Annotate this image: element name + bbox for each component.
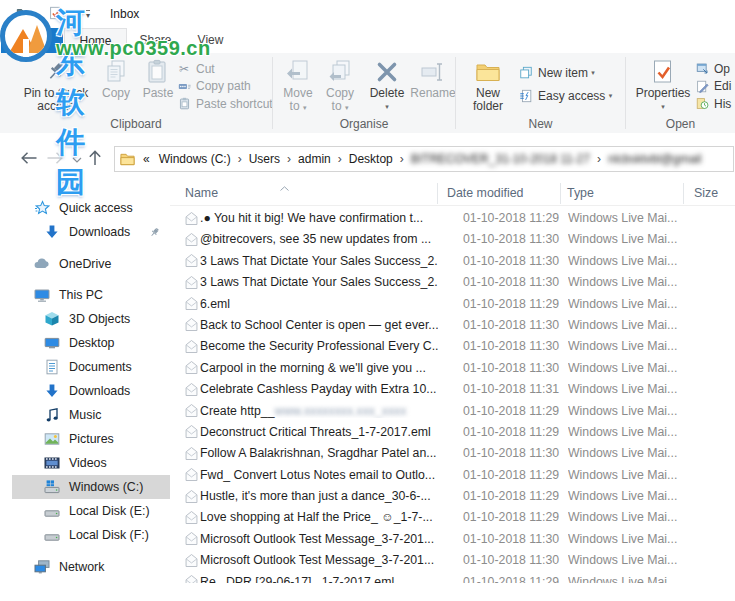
column-header-name[interactable]: Name <box>185 186 218 200</box>
file-row[interactable]: Hustle, it's more than just a dance_30-6… <box>170 486 735 507</box>
breadcrumb-segment[interactable]: nlcbsktvbl@gmail <box>602 152 708 166</box>
copy-button[interactable]: Copy <box>96 57 136 100</box>
sidebar-item-music[interactable]: Music <box>0 403 170 427</box>
sidebar-item-downloads[interactable]: Downloads <box>0 220 170 244</box>
file-row[interactable]: Celebrate Cashless Payday with Extra 10.… <box>170 379 735 400</box>
file-row[interactable]: Carpool in the morning & we'll give you … <box>170 358 735 379</box>
system-folder-icon[interactable] <box>16 6 30 20</box>
tab-home[interactable]: Home <box>64 28 127 53</box>
file-row[interactable]: Microsoft Outlook Test Message_3-7-201..… <box>170 550 735 571</box>
breadcrumb[interactable]: « Windows (C:)›Users›admin›Desktop›BITRE… <box>114 146 734 172</box>
sidebar-item-videos[interactable]: Videos <box>0 451 170 475</box>
file-list: Name Date modified Type Size .● You hit … <box>170 178 735 601</box>
desktop-screen-icon <box>44 335 60 351</box>
cut-button[interactable]: ✂ Cut <box>176 60 273 78</box>
breadcrumb-segment[interactable]: admin <box>292 152 337 166</box>
column-divider[interactable] <box>683 183 684 204</box>
sidebar-item-quick-access[interactable]: Quick access <box>0 196 170 220</box>
file-row[interactable]: Follow A Balakrishnan, Sragdhar Patel an… <box>170 443 735 464</box>
file-row[interactable]: Love shopping at Half the Price_ ☺_1-7-.… <box>170 507 735 528</box>
qat-dropdown-icon[interactable]: ▾ <box>86 10 90 20</box>
up-arrow-icon[interactable] <box>88 149 102 166</box>
sidebar-item-3d-objects[interactable]: 3D Objects <box>0 307 170 331</box>
file-row[interactable]: Re_ DPR [29-06-17]_ 1-7-2017.eml 01-10-2… <box>170 572 735 583</box>
downloads-arrow-icon <box>44 383 60 399</box>
sidebar-item-desktop[interactable]: Desktop <box>0 331 170 355</box>
tab-file[interactable]: File <box>1 28 63 53</box>
file-row[interactable]: Deconstruct Critical Threats_1-7-2017.em… <box>170 422 735 443</box>
sidebar-item-network[interactable]: Network <box>0 555 170 579</box>
breadcrumb-segment[interactable]: BITRECOVER_31-10-2018 11-27 <box>405 152 596 166</box>
pin-to-quick-access-button[interactable]: Pin to Quick access <box>14 57 98 113</box>
delete-button[interactable]: Delete ▾ <box>365 57 409 113</box>
breadcrumb-segment[interactable]: Windows (C:) <box>153 152 237 166</box>
check-document-icon[interactable] <box>48 6 62 20</box>
sidebar-item-local-disk-f[interactable]: Local Disk (F:) <box>0 523 170 547</box>
edit-button[interactable]: Edi <box>694 78 731 96</box>
move-to-button[interactable]: Move to ▾ <box>278 57 318 114</box>
email-envelope-icon <box>184 253 199 268</box>
email-envelope-icon <box>184 339 199 354</box>
paste-button[interactable]: Paste <box>138 57 178 100</box>
rename-button[interactable]: Rename <box>409 57 457 100</box>
breadcrumb-segment[interactable]: Desktop <box>343 152 399 166</box>
file-row[interactable]: 3 Laws That Dictate Your Sales Success_2… <box>170 251 735 272</box>
column-header-date-modified[interactable]: Date modified <box>447 186 523 200</box>
window-title: Inbox <box>110 7 139 21</box>
tab-share[interactable]: Share <box>129 28 182 53</box>
breadcrumb-prefix: « <box>137 152 153 166</box>
copy-path-button[interactable]: Copy path <box>176 78 273 96</box>
new-item-button[interactable]: New item ▾ <box>518 61 612 84</box>
file-row[interactable]: Microsoft Outlook Test Message_3-7-201..… <box>170 529 735 550</box>
properties-icon <box>650 57 676 87</box>
open-button[interactable]: Op <box>694 60 731 78</box>
copy-to-button[interactable]: Copy to ▾ <box>320 57 360 114</box>
local-drive-icon <box>44 503 60 519</box>
dropdown-caret-icon: ▾ <box>303 104 307 111</box>
back-arrow-icon[interactable] <box>20 151 38 165</box>
file-row[interactable]: 3 Laws That Dictate Your Sales Success_2… <box>170 272 735 293</box>
history-button[interactable]: His <box>694 95 731 113</box>
column-header-type[interactable]: Type <box>567 186 594 200</box>
sidebar-item-local-disk-e[interactable]: Local Disk (E:) <box>0 499 170 523</box>
file-rows: .● You hit it big! We have confirmation … <box>170 208 735 583</box>
easy-access-button[interactable]: Easy access ▾ <box>518 84 612 107</box>
column-headers: Name Date modified Type Size <box>170 182 735 206</box>
sidebar-item-onedrive[interactable]: OneDrive <box>0 252 170 276</box>
organise-group-label: Organise <box>273 117 455 131</box>
properties-button[interactable]: Properties ▾ <box>634 57 692 113</box>
copy-icon <box>103 57 129 87</box>
tab-view[interactable]: View <box>184 28 237 53</box>
file-row[interactable]: Create http__www.xxxxxxxx.xxx_xxxx 01-10… <box>170 401 735 422</box>
file-row[interactable]: 6.eml 01-10-2018 11:29 Windows Live Mai.… <box>170 294 735 315</box>
sort-ascending-icon <box>280 180 289 194</box>
cube-3d-icon <box>44 311 60 327</box>
recent-locations-icon[interactable] <box>72 157 82 163</box>
rename-icon <box>420 57 446 87</box>
column-divider[interactable] <box>437 183 438 204</box>
history-clock-icon <box>694 97 710 110</box>
column-divider[interactable] <box>560 183 561 204</box>
redacted-text: www.xxxxxxxx.xxx_xxxx <box>275 404 407 418</box>
breadcrumb-segment[interactable]: Users <box>243 152 286 166</box>
sidebar-item-this-pc[interactable]: This PC <box>0 283 170 307</box>
sidebar-item-downloads[interactable]: Downloads <box>0 379 170 403</box>
paste-shortcut-button[interactable]: Paste shortcut <box>176 95 273 113</box>
pushpin-icon <box>44 57 68 87</box>
dropdown-caret-icon: ▾ <box>591 69 595 77</box>
column-header-size[interactable]: Size <box>694 186 718 200</box>
file-row[interactable]: .● You hit it big! We have confirmation … <box>170 208 735 229</box>
paste-icon <box>145 57 171 87</box>
sidebar-item-documents[interactable]: Documents <box>0 355 170 379</box>
sidebar-item-windows-c[interactable]: Windows (C:) <box>12 475 170 499</box>
this-pc-monitor-icon <box>34 287 50 303</box>
file-row[interactable]: Become the Security Professional Every C… <box>170 336 735 357</box>
sidebar-item-pictures[interactable]: Pictures <box>0 427 170 451</box>
open-group-label: Open <box>626 117 735 131</box>
forward-arrow-icon[interactable] <box>46 151 64 165</box>
file-row[interactable]: Back to School Center is open — get ever… <box>170 315 735 336</box>
file-row[interactable]: @bitrecovers, see 35 new updates from ..… <box>170 229 735 250</box>
file-row[interactable]: Fwd_ Convert Lotus Notes email to Outlo.… <box>170 465 735 486</box>
new-folder-button[interactable]: New folder <box>462 57 514 113</box>
address-bar: « Windows (C:)›Users›admin›Desktop›BITRE… <box>0 133 735 178</box>
